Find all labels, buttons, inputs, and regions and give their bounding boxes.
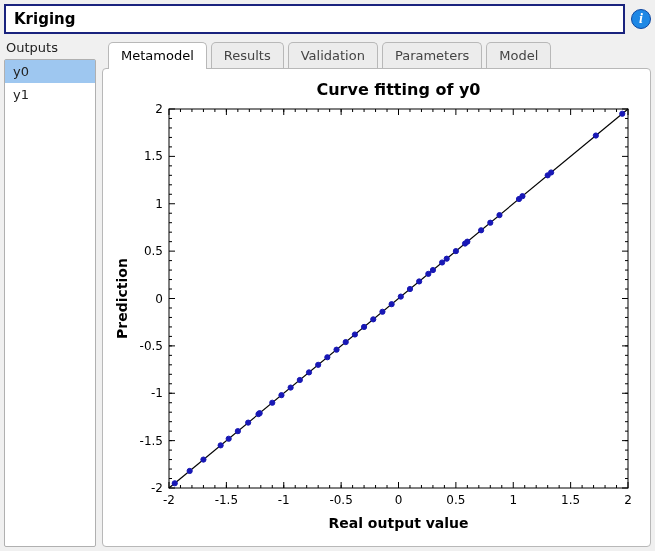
data-point: [218, 443, 223, 448]
tab-results[interactable]: Results: [211, 42, 284, 69]
y-tick-label: 1: [155, 197, 163, 211]
data-point: [343, 339, 348, 344]
data-point: [257, 411, 262, 416]
x-tick-label: 0.5: [446, 493, 465, 507]
data-point: [426, 271, 431, 276]
tab-metamodel[interactable]: Metamodel: [108, 42, 207, 69]
data-point: [465, 239, 470, 244]
data-point: [417, 279, 422, 284]
data-point: [479, 228, 484, 233]
data-point: [620, 111, 625, 116]
data-point: [226, 436, 231, 441]
curve-fitting-chart: Curve fitting of y0-2-1.5-1-0.500.511.52…: [111, 77, 642, 538]
tab-validation[interactable]: Validation: [288, 42, 378, 69]
data-point: [306, 370, 311, 375]
x-tick-label: 2: [624, 493, 632, 507]
tab-model[interactable]: Model: [486, 42, 551, 69]
y-tick-label: 1.5: [144, 149, 163, 163]
x-tick-label: -2: [163, 493, 175, 507]
data-point: [316, 362, 321, 367]
data-point: [488, 220, 493, 225]
tabs-bar: MetamodelResultsValidationParametersMode…: [102, 38, 651, 68]
y-tick-label: -1: [151, 386, 163, 400]
data-point: [279, 393, 284, 398]
data-point: [201, 457, 206, 462]
y-tick-label: -1.5: [140, 434, 163, 448]
outputs-heading: Outputs: [4, 38, 96, 59]
tab-content-metamodel: Curve fitting of y0-2-1.5-1-0.500.511.52…: [102, 68, 651, 547]
x-tick-label: 0: [395, 493, 403, 507]
data-point: [407, 286, 412, 291]
data-point: [440, 260, 445, 265]
data-point: [352, 332, 357, 337]
y-axis-label: Prediction: [114, 258, 130, 339]
data-point: [444, 256, 449, 261]
data-point: [453, 249, 458, 254]
output-item-y1[interactable]: y1: [5, 83, 95, 106]
x-tick-label: 1.5: [561, 493, 580, 507]
data-point: [246, 420, 251, 425]
outputs-list: y0y1: [4, 59, 96, 547]
y-tick-label: 0.5: [144, 244, 163, 258]
x-tick-label: 1: [509, 493, 517, 507]
data-point: [497, 213, 502, 218]
data-point: [430, 267, 435, 272]
analysis-title[interactable]: Kriging: [4, 4, 625, 34]
data-point: [361, 324, 366, 329]
y-tick-label: -2: [151, 481, 163, 495]
output-item-y0[interactable]: y0: [5, 60, 95, 83]
y-tick-label: 2: [155, 102, 163, 116]
y-tick-label: 0: [155, 292, 163, 306]
data-point: [593, 133, 598, 138]
data-point: [520, 194, 525, 199]
data-point: [172, 481, 177, 486]
data-point: [187, 468, 192, 473]
data-point: [380, 309, 385, 314]
x-tick-label: -1.5: [215, 493, 238, 507]
tab-parameters[interactable]: Parameters: [382, 42, 482, 69]
x-tick-label: -0.5: [329, 493, 352, 507]
info-icon[interactable]: i: [631, 9, 651, 29]
y-tick-label: -0.5: [140, 339, 163, 353]
data-point: [235, 429, 240, 434]
data-point: [371, 317, 376, 322]
data-point: [288, 385, 293, 390]
data-point: [270, 400, 275, 405]
data-point: [389, 302, 394, 307]
data-point: [297, 377, 302, 382]
data-point: [325, 355, 330, 360]
data-point: [334, 347, 339, 352]
data-point: [398, 294, 403, 299]
x-axis-label: Real output value: [328, 515, 468, 531]
chart-title: Curve fitting of y0: [316, 80, 480, 99]
data-point: [549, 170, 554, 175]
x-tick-label: -1: [278, 493, 290, 507]
